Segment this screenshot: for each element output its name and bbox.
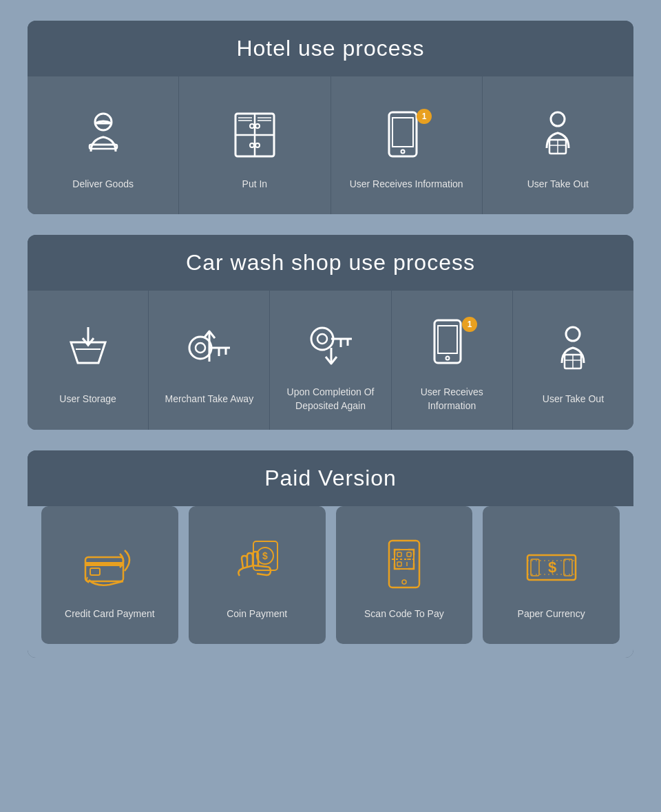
paid-header: Paid Version [28,450,633,506]
svg-rect-50 [407,552,411,556]
svg-point-6 [250,124,254,128]
deposited-icon-container [300,311,361,373]
hotel-item-user-take-out: User Take Out [483,76,633,214]
svg-rect-2 [90,145,117,149]
deposited-label: Upon Completion Of Deposited Again [280,386,380,413]
hotel-notification-badge: 1 [417,109,432,124]
paid-item-paper-currency: $ Paper Currency [483,506,620,644]
hotel-items-row: Deliver Goods [28,76,633,214]
user-take-out-icon [530,107,585,162]
coin-icon: $ [229,538,284,590]
user-take-out-icon-container [527,103,589,165]
coin-icon-container: $ [226,533,288,595]
svg-point-55 [402,580,406,584]
svg-rect-47 [389,541,419,587]
svg-point-7 [255,124,260,128]
hotel-item-deliver-goods: Deliver Goods [28,76,179,214]
svg-point-36 [446,357,450,360]
user-take-out-label: User Take Out [527,178,589,191]
carwash-user-receives-label: User Receives Information [402,386,502,413]
svg-point-23 [196,343,205,353]
carwash-header: Car wash shop use process [28,235,633,291]
carwash-items-row: User Storage Merchant Tak [28,291,633,430]
deliver-goods-label: Deliver Goods [72,178,134,191]
carwash-item-merchant-take: Merchant Take Away [149,291,270,430]
put-in-icon [227,107,282,162]
credit-card-label: Credit Card Payment [65,607,155,621]
svg-text:$: $ [262,550,268,561]
carwash-user-take-out-label: User Take Out [543,393,604,406]
hotel-section: Hotel use process Deliver Goods [28,21,633,214]
merchant-take-icon [183,322,235,377]
coin-label: Coin Payment [227,607,287,621]
svg-point-29 [317,334,327,344]
carwash-item-user-receives: 1 User Receives Information [392,291,513,430]
carwash-item-user-storage: User Storage [28,291,149,430]
svg-rect-58 [531,559,539,576]
user-receives-label: User Receives Information [350,178,463,191]
paid-item-coin: $ Coin Payment [189,506,326,644]
svg-rect-43 [90,568,100,575]
user-storage-icon [61,322,116,377]
svg-point-16 [401,149,405,153]
svg-rect-49 [397,552,401,556]
carwash-user-take-out-icon-container [542,318,604,380]
svg-rect-41 [85,557,123,581]
hotel-item-put-in: Put In [179,76,330,214]
credit-card-icon-container [78,533,140,595]
user-receives-icon-container: 1 [375,103,437,165]
svg-point-9 [255,143,260,147]
hotel-header: Hotel use process [28,21,633,76]
svg-point-22 [189,337,211,359]
carwash-user-take-out-icon [545,322,600,377]
paid-title: Paid Version [41,466,620,491]
svg-point-8 [250,143,254,147]
carwash-section: Car wash shop use process User Storage [28,235,633,430]
user-storage-icon-container [57,318,119,380]
svg-rect-35 [438,326,457,353]
merchant-take-icon-container [178,318,240,380]
deliver-goods-icon-container [72,103,134,165]
svg-text:$: $ [548,559,556,576]
paper-currency-label: Paper Currency [518,607,585,621]
paid-items-row: Credit Card Payment $ Coin Payment [28,506,633,658]
put-in-label: Put In [242,178,268,191]
scan-code-label: Scan Code To Pay [364,607,444,621]
paid-item-credit-card: Credit Card Payment [41,506,178,644]
hotel-item-user-receives: 1 User Receives Information [331,76,483,214]
deliver-goods-icon [76,107,131,162]
carwash-item-user-take-out: User Take Out [513,291,633,430]
svg-point-28 [311,328,333,350]
scan-code-icon [377,537,432,591]
svg-rect-51 [397,562,401,566]
user-storage-label: User Storage [59,393,116,406]
put-in-icon-container [224,103,286,165]
paper-currency-icon: $ [524,540,579,588]
carwash-user-receives-icon-container: 1 [421,311,483,373]
paper-currency-icon-container: $ [521,533,583,595]
hotel-title: Hotel use process [41,36,620,61]
svg-point-17 [551,112,565,126]
deposited-icon [305,315,357,370]
svg-rect-59 [564,559,572,576]
carwash-item-deposited: Upon Completion Of Deposited Again [270,291,391,430]
paid-section: Paid Version [28,450,633,658]
paid-item-scan-code: Scan Code To Pay [336,506,473,644]
svg-point-37 [566,327,580,341]
carwash-title: Car wash shop use process [41,250,620,275]
merchant-take-label: Merchant Take Away [165,393,253,406]
credit-card-icon [82,540,137,588]
scan-code-icon-container [373,533,435,595]
svg-rect-15 [392,118,413,147]
